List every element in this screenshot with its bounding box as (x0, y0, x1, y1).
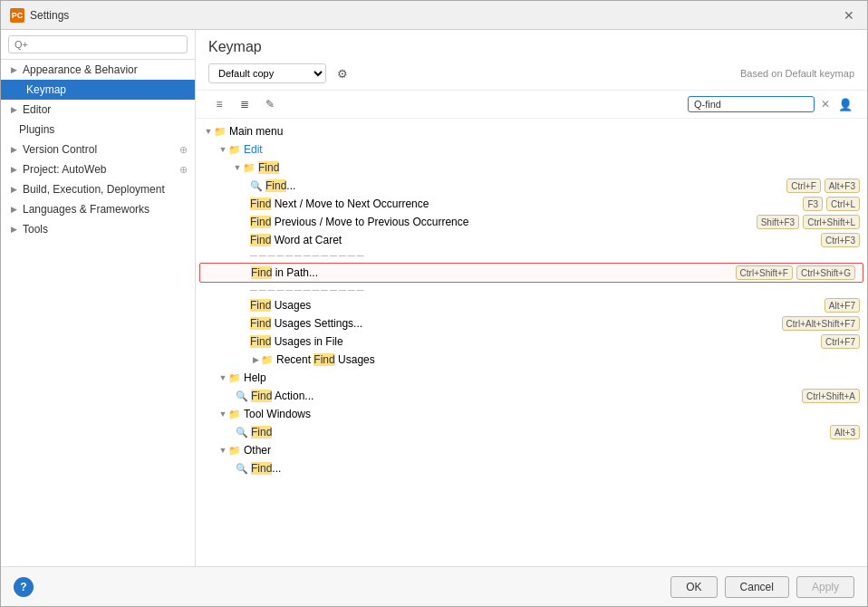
shortcut-badge: Ctrl+Shift+L (803, 215, 860, 229)
tree-row: 🔍 Find... (196, 459, 867, 477)
sidebar-search-input[interactable] (8, 35, 188, 53)
tree-node-label: Recent Find Usages (276, 353, 375, 366)
expand-all-button[interactable]: ≡ (208, 94, 230, 114)
sidebar-item-build[interactable]: ▶ Build, Execution, Deployment (1, 179, 195, 199)
separator-row: ───────────── (196, 249, 867, 262)
app-icon: PC (10, 8, 24, 23)
tree-node-label: Find... (265, 179, 295, 192)
expand-arrow[interactable]: ▼ (232, 163, 243, 172)
dialog-footer: ? OK Cancel Apply (1, 566, 867, 606)
tree-node-label: Find Word at Caret (250, 234, 342, 246)
tree-node-label: Find Usages Settings... (250, 317, 362, 330)
collapse-all-button[interactable]: ≣ (234, 94, 256, 114)
title-bar: PC Settings ✕ (1, 1, 867, 30)
clear-filter-button[interactable]: ✕ (818, 97, 833, 111)
based-on-label: Based on Default keymap (740, 68, 854, 79)
tree-row: ▼ 📁 Help (196, 369, 867, 387)
tree-row: ▼ 📁 Find (196, 159, 867, 177)
expand-arrow: ▶ (8, 165, 19, 174)
shortcut-area: F3 Ctrl+L (803, 197, 860, 211)
expand-arrow: ▶ (8, 225, 19, 234)
keymap-select[interactable]: Default copy (208, 63, 326, 83)
ok-button[interactable]: OK (670, 576, 717, 598)
tree-node-label: Find Previous / Move to Previous Occurre… (250, 216, 468, 228)
search-options-button[interactable]: 👤 (836, 96, 854, 113)
expand-arrow[interactable]: ▼ (217, 373, 228, 382)
folder-icon: 📁 (228, 445, 241, 457)
content-area: ▶ Appearance & Behavior Keymap ▶ Editor … (1, 30, 867, 566)
expand-arrow[interactable]: ▶ (250, 355, 261, 364)
tree-node-label: Find... (251, 462, 281, 475)
dialog-title: Settings (30, 9, 69, 22)
help-button[interactable]: ? (14, 577, 34, 597)
main-panel: Keymap Default copy ⚙ Based on Default k… (196, 30, 867, 566)
separator-row: ───────────── (196, 284, 867, 296)
sidebar-item-appearance-behavior[interactable]: ▶ Appearance & Behavior (1, 60, 195, 80)
tree-row: Find Usages Settings... Ctrl+Alt+Shift+F… (196, 314, 867, 332)
tree-row: ▼ 📁 Tool Windows (196, 405, 867, 423)
sidebar-item-languages[interactable]: ▶ Languages & Frameworks (1, 199, 195, 219)
expand-arrow[interactable]: ▼ (217, 446, 228, 455)
search-filter-row: ✕ 👤 (688, 96, 854, 113)
tree-node-label: Find (258, 161, 279, 174)
sidebar-item-label: Tools (23, 223, 48, 236)
tree-row: Find Word at Caret Ctrl+F3 (196, 231, 867, 249)
sidebar-item-plugins[interactable]: Plugins (1, 120, 195, 140)
shortcut-area: Ctrl+Alt+Shift+F7 (782, 316, 860, 331)
cancel-button[interactable]: Cancel (725, 576, 789, 598)
tree-row: ▼ 📁 Other (196, 441, 867, 459)
tree-row: Find Previous / Move to Previous Occurre… (196, 213, 867, 231)
panel-header: Keymap Default copy ⚙ Based on Default k… (196, 30, 867, 91)
search-icon: 🔍 (250, 180, 263, 192)
sidebar-item-project[interactable]: ▶ Project: AutoWeb ⊕ (1, 159, 195, 179)
tree-row-find-in-path[interactable]: Find in Path... Ctrl+Shift+F Ctrl+Shift+… (199, 263, 863, 283)
sidebar-item-tools[interactable]: ▶ Tools (1, 219, 195, 239)
apply-button[interactable]: Apply (796, 576, 854, 598)
expand-arrow: ▶ (8, 65, 19, 74)
folder-icon: 📁 (228, 409, 241, 420)
find-icon: 🔍 (236, 463, 248, 475)
footer-right: OK Cancel Apply (670, 576, 854, 598)
expand-arrow[interactable]: ▼ (217, 145, 228, 154)
find-icon: 🔍 (236, 427, 248, 438)
shortcut-badge: Ctrl+F3 (821, 233, 860, 247)
settings-dialog: PC Settings ✕ ▶ Appearance & Behavior Ke… (0, 0, 868, 607)
shortcut-area: Ctrl+F7 (821, 334, 860, 349)
sidebar-item-label: Appearance & Behavior (23, 63, 138, 76)
sidebar-item-label: Languages & Frameworks (23, 203, 149, 216)
shortcut-badge: Alt+F7 (825, 298, 860, 313)
tree-node-label: Other (244, 444, 271, 457)
close-button[interactable]: ✕ (840, 6, 858, 24)
gear-button[interactable]: ⚙ (332, 63, 353, 84)
action-toolbar: ≡ ≣ ✎ ✕ 👤 (196, 91, 867, 119)
sidebar-item-label: Build, Execution, Deployment (23, 183, 165, 196)
tree-node-label: Find (251, 426, 272, 438)
shortcut-badge: Alt+3 (830, 425, 860, 439)
shortcut-area: Ctrl+F3 (821, 233, 860, 247)
shortcut-area: Alt+3 (830, 425, 860, 439)
tree-row: ▼ 📁 Main menu (196, 122, 867, 140)
sidebar-item-version-control[interactable]: ▶ Version Control ⊕ (1, 140, 195, 159)
folder-icon: 📁 (243, 162, 256, 174)
tree-row: Find Usages Alt+F7 (196, 296, 867, 314)
expand-arrow: ▶ (8, 145, 19, 154)
sidebar: ▶ Appearance & Behavior Keymap ▶ Editor … (1, 30, 196, 566)
filter-input[interactable] (688, 96, 815, 112)
shortcut-badge: Ctrl+Alt+Shift+F7 (782, 316, 860, 331)
tree-row: Find Next / Move to Next Occurrence F3 C… (196, 195, 867, 213)
sidebar-item-keymap[interactable]: Keymap (1, 80, 195, 100)
expand-arrow[interactable]: ▼ (217, 409, 228, 419)
tree-row: 🔍 Find... Ctrl+F Alt+F3 (196, 177, 867, 195)
shortcut-badge: Ctrl+Shift+A (802, 389, 860, 403)
sidebar-item-editor[interactable]: ▶ Editor (1, 100, 195, 120)
shortcut-badge: Ctrl+F7 (821, 334, 860, 349)
shortcut-area: Ctrl+F Alt+F3 (786, 178, 860, 193)
shortcut-badge: Ctrl+Shift+G (796, 265, 855, 280)
tree-row: ▼ 📁 Edit (196, 140, 867, 159)
sidebar-item-label: Plugins (19, 123, 54, 136)
expand-arrow[interactable]: ▼ (203, 127, 214, 136)
sidebar-item-label: Keymap (26, 83, 66, 96)
shortcut-badge: F3 (803, 197, 823, 211)
tree-node-label: Find Next / Move to Next Occurrence (250, 198, 429, 210)
edit-shortcut-button[interactable]: ✎ (259, 94, 281, 114)
